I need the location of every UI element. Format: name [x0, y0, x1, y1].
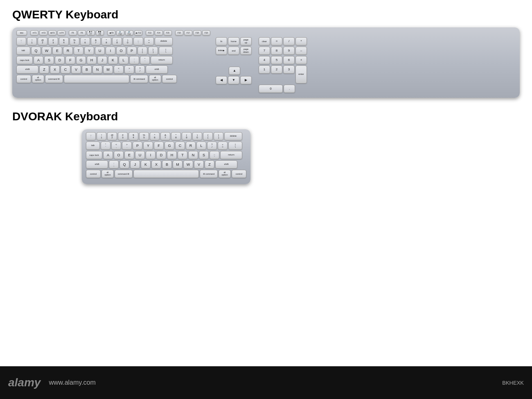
dv-key-2[interactable]: @2	[107, 132, 117, 140]
key-numminus[interactable]: –	[295, 47, 307, 55]
key-f[interactable]: F	[65, 56, 75, 64]
dv-key-o[interactable]: O	[114, 151, 124, 159]
key-c[interactable]: C	[61, 65, 70, 74]
dv-key-roption[interactable]: altoption	[219, 170, 231, 178]
key-lcommand[interactable]: command ⌘	[45, 75, 63, 83]
key-lcontrol[interactable]: control	[16, 75, 31, 83]
key-y[interactable]: Y	[84, 47, 94, 55]
key-f6[interactable]: F6	[78, 30, 86, 36]
key-p[interactable]: P	[127, 47, 137, 55]
dv-key-semi[interactable]: :;	[109, 160, 119, 169]
key-minus[interactable]: _-	[133, 37, 143, 45]
key-f4[interactable]: ⊙ F4	[57, 30, 65, 36]
dv-key-z[interactable]: Z	[205, 160, 214, 169]
key-f19[interactable]: F19	[202, 30, 210, 36]
key-down[interactable]: ▼	[228, 76, 239, 84]
dv-key-t[interactable]: T	[178, 151, 187, 159]
dv-key-capslock[interactable]: caps lock	[86, 151, 102, 159]
dv-key-6[interactable]: ^6	[150, 132, 160, 140]
key-semicolon[interactable]: :;	[129, 56, 139, 64]
key-8[interactable]: *8	[101, 37, 111, 45]
key-w[interactable]: W	[42, 47, 52, 55]
key-home[interactable]: home	[228, 37, 239, 45]
dv-key-m[interactable]: M	[173, 160, 183, 169]
key-left[interactable]: ◀	[216, 76, 227, 84]
key-v[interactable]: V	[71, 65, 81, 74]
key-num4[interactable]: 4	[259, 56, 270, 64]
dv-key-slash[interactable]: ?/	[207, 142, 217, 150]
key-numenter[interactable]: enter	[295, 65, 307, 83]
dv-key-gt[interactable]: >.	[122, 142, 132, 150]
dv-key-return[interactable]: return	[220, 151, 242, 159]
key-1[interactable]: !1	[27, 37, 37, 45]
key-x[interactable]: X	[50, 65, 60, 74]
dv-key-lshift[interactable]: shift	[86, 160, 108, 169]
key-num3[interactable]: 3	[283, 65, 295, 74]
dv-key-f[interactable]: F	[154, 142, 164, 150]
key-f10[interactable]: 🔈 F10	[116, 30, 124, 36]
key-7[interactable]: &7	[91, 37, 101, 45]
key-f3[interactable]: ⊞ F3	[48, 30, 56, 36]
key-fwddelete[interactable]: delete▶	[216, 47, 227, 55]
key-0[interactable]: )0	[123, 37, 133, 45]
key-num8[interactable]: 8	[271, 47, 282, 55]
key-f1[interactable]: ☀ F1	[30, 30, 38, 36]
key-end[interactable]: end	[228, 47, 239, 55]
key-z[interactable]: Z	[39, 65, 49, 74]
dv-key-n[interactable]: N	[188, 151, 198, 159]
dv-key-7[interactable]: &7	[160, 132, 170, 140]
dv-key-space[interactable]	[133, 170, 199, 178]
dv-key-d[interactable]: D	[156, 151, 166, 159]
dv-key-tilde[interactable]: ~`	[86, 132, 96, 140]
key-up[interactable]: ▲	[229, 67, 240, 75]
key-f7[interactable]: ▶⏸ F7	[87, 30, 95, 36]
key-e[interactable]: E	[52, 47, 62, 55]
key-n[interactable]: N	[92, 65, 102, 74]
key-f9[interactable]: ◀ F9	[107, 30, 115, 36]
key-space[interactable]	[64, 75, 129, 83]
dv-key-g[interactable]: G	[165, 142, 174, 150]
key-l[interactable]: L	[119, 56, 128, 64]
dv-key-y[interactable]: Y	[143, 142, 153, 150]
dv-key-j[interactable]: J	[130, 160, 140, 169]
key-num1[interactable]: 1	[259, 65, 270, 74]
key-quote[interactable]: "'	[140, 56, 150, 64]
dv-key-loption[interactable]: altoption	[101, 170, 114, 178]
dv-key-minus[interactable]: _-	[210, 151, 219, 159]
key-tab[interactable]: tab	[16, 47, 30, 55]
dv-key-tab[interactable]: tab	[86, 142, 100, 150]
dv-key-u[interactable]: U	[135, 151, 145, 159]
key-comma[interactable]: <,	[114, 65, 124, 74]
key-lshift[interactable]: shift	[16, 65, 38, 74]
key-j[interactable]: J	[97, 56, 107, 64]
key-f17[interactable]: F17	[184, 30, 192, 36]
dv-key-v[interactable]: V	[194, 160, 204, 169]
dv-key-q[interactable]: Q	[119, 160, 129, 169]
key-f12[interactable]: ⏏ F12	[134, 30, 142, 36]
key-t[interactable]: T	[74, 47, 83, 55]
dv-key-rbrace[interactable]: }]	[214, 132, 223, 140]
key-numplus[interactable]: +	[295, 56, 307, 64]
key-f5[interactable]: F5	[69, 30, 77, 36]
key-fn[interactable]: fn	[216, 37, 227, 45]
key-2[interactable]: @2	[38, 37, 47, 45]
dv-key-5[interactable]: %5	[139, 132, 149, 140]
key-num7[interactable]: 7	[259, 47, 270, 55]
key-pagedown[interactable]: pagedown	[240, 47, 252, 55]
dv-key-rcommand[interactable]: ⌘ command	[200, 170, 218, 178]
dv-key-rcontrol[interactable]: control	[232, 170, 246, 178]
key-r[interactable]: R	[63, 47, 73, 55]
key-k[interactable]: K	[108, 56, 118, 64]
key-f2[interactable]: ☀ F2	[39, 30, 47, 36]
key-roption[interactable]: altoption	[149, 75, 161, 83]
dv-key-backslash[interactable]: |\	[228, 142, 242, 150]
key-rbracket[interactable]: }]	[148, 47, 158, 55]
key-right[interactable]: ▶	[240, 76, 252, 84]
key-num0[interactable]: 0	[259, 85, 283, 93]
key-numstar[interactable]: *	[295, 37, 307, 45]
key-rcontrol[interactable]: control	[162, 75, 177, 83]
key-equals[interactable]: +=	[144, 37, 154, 45]
dv-key-a[interactable]: A	[103, 151, 113, 159]
dv-key-s[interactable]: S	[199, 151, 209, 159]
key-a[interactable]: A	[34, 56, 43, 64]
